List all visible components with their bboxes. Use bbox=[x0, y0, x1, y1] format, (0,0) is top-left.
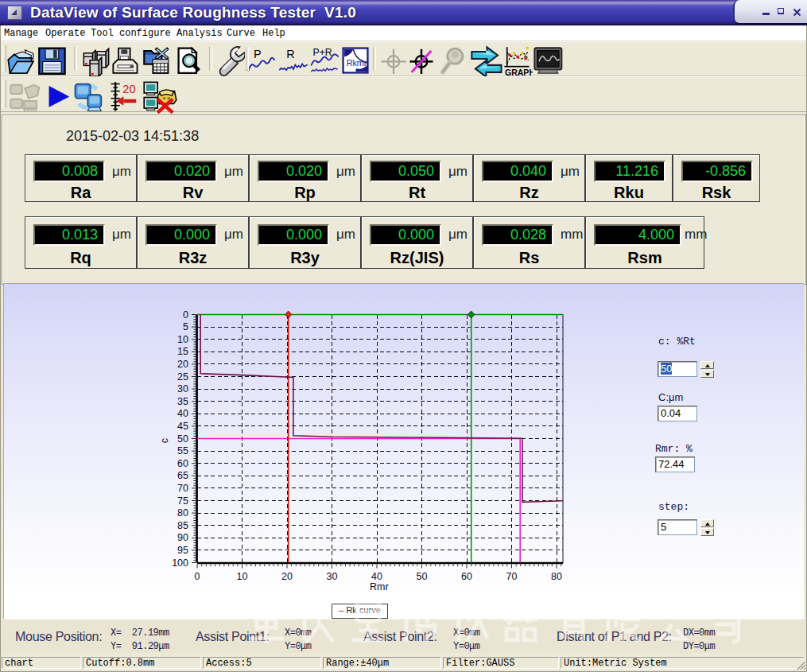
svg-text:45: 45 bbox=[177, 421, 188, 432]
svg-text:75: 75 bbox=[177, 495, 188, 507]
svg-text:70: 70 bbox=[177, 483, 188, 494]
svg-text:20: 20 bbox=[281, 571, 293, 582]
svg-text:40: 40 bbox=[371, 571, 382, 582]
svg-text:c: c bbox=[159, 438, 170, 443]
svg-text:0: 0 bbox=[183, 309, 188, 320]
svg-text:70: 70 bbox=[506, 571, 518, 582]
svg-text:60: 60 bbox=[461, 571, 472, 582]
svg-text:80: 80 bbox=[551, 571, 562, 582]
svg-text:80: 80 bbox=[177, 507, 188, 519]
svg-text:10: 10 bbox=[177, 334, 188, 345]
svg-text:60: 60 bbox=[177, 458, 188, 469]
svg-text:30: 30 bbox=[177, 383, 188, 394]
svg-text:30: 30 bbox=[327, 571, 338, 582]
svg-text:20: 20 bbox=[177, 359, 188, 370]
svg-text:95: 95 bbox=[177, 545, 188, 556]
svg-text:10: 10 bbox=[237, 571, 248, 582]
svg-text:65: 65 bbox=[177, 470, 188, 481]
svg-text:100: 100 bbox=[172, 557, 188, 569]
svg-text:55: 55 bbox=[177, 445, 188, 456]
svg-text:15: 15 bbox=[177, 346, 188, 357]
svg-text:25: 25 bbox=[177, 371, 188, 383]
svg-text:40: 40 bbox=[177, 408, 188, 419]
svg-text:5: 5 bbox=[183, 321, 188, 332]
svg-text:50: 50 bbox=[177, 433, 188, 445]
svg-text:90: 90 bbox=[177, 532, 188, 543]
svg-text:85: 85 bbox=[177, 520, 188, 531]
svg-text:35: 35 bbox=[177, 396, 188, 407]
svg-text:Rmr: Rmr bbox=[370, 581, 389, 592]
svg-text:0: 0 bbox=[195, 571, 200, 582]
svg-text:50: 50 bbox=[417, 571, 428, 582]
